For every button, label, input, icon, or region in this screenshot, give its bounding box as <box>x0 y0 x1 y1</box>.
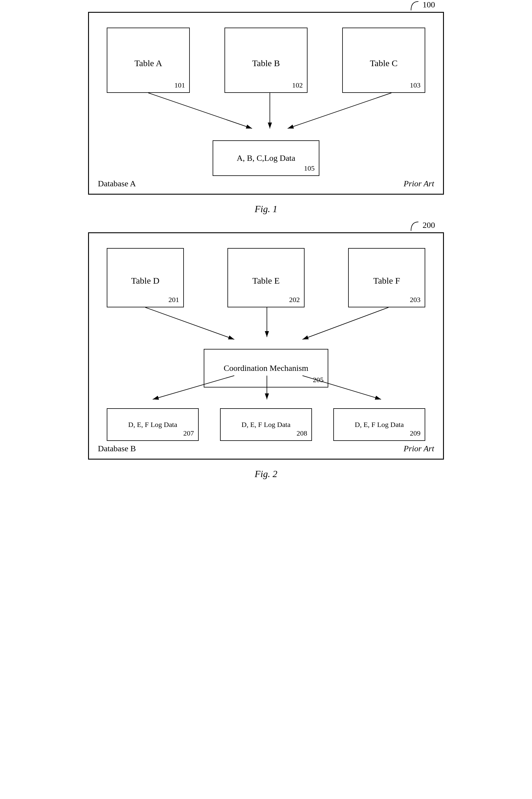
fig2-log-209: D, E, F Log Data 209 <box>333 408 425 441</box>
fig2-log-209-label: D, E, F Log Data <box>352 421 406 429</box>
figure-2-section: 200 Table D 201 Table E 202 <box>43 232 489 480</box>
fig1-diagram-box: Table A 101 Table B 102 Table C 103 <box>88 12 444 194</box>
fig2-top-row: Table D 201 Table E 202 Table F 203 <box>107 248 425 322</box>
fig2-log-207-label: D, E, F Log Data <box>125 421 180 429</box>
table-f-ref: 203 <box>410 296 420 304</box>
fig2-coord-row: Coordination Mechanism 205 <box>107 337 425 388</box>
table-f-label: Table F <box>373 270 400 286</box>
fig1-log-ref: 105 <box>304 164 315 172</box>
fig2-bottom-row: D, E, F Log Data 207 D, E, F Log Data 20… <box>107 408 425 441</box>
fig1-table-b: Table B 102 <box>225 27 307 93</box>
fig1-log-label: A, B, C,Log Data <box>234 153 298 163</box>
table-d-label: Table D <box>131 270 159 286</box>
table-b-label: Table B <box>252 52 280 68</box>
fig2-coord-ref: 205 <box>313 376 324 384</box>
fig2-coord-label: Coordination Mechanism <box>221 364 311 373</box>
table-c-ref: 103 <box>410 81 420 89</box>
fig1-table-a: Table A 101 <box>107 27 190 93</box>
fig2-log-208: D, E, F Log Data 208 <box>220 408 312 441</box>
fig2-table-f: Table F 203 <box>348 248 425 308</box>
table-e-label: Table E <box>252 270 280 286</box>
fig2-log-209-ref: 209 <box>410 429 420 437</box>
fig2-db-label: Database B <box>98 444 136 453</box>
fig2-prior-art: Prior Art <box>404 444 434 453</box>
fig2-caption: Fig. 2 <box>255 468 277 480</box>
fig2-diagram-inner: Table D 201 Table E 202 Table F 203 <box>107 248 425 441</box>
fig1-prior-art: Prior Art <box>404 179 434 188</box>
fig1-db-label: Database A <box>98 179 136 188</box>
table-a-ref: 101 <box>174 81 185 89</box>
fig2-table-e: Table E 202 <box>227 248 305 308</box>
fig2-coord-box: Coordination Mechanism 205 <box>204 349 328 388</box>
fig2-table-d: Table D 201 <box>107 248 184 308</box>
fig2-log-208-ref: 208 <box>297 429 307 437</box>
fig1-bottom: A, B, C,Log Data 105 <box>107 123 425 176</box>
page-container: 100 Table A 101 Table B 102 <box>43 12 489 480</box>
fig2-diagram-box: Table D 201 Table E 202 Table F 203 <box>88 232 444 460</box>
fig1-table-c: Table C 103 <box>342 27 425 93</box>
table-a-label: Table A <box>134 52 162 68</box>
table-e-ref: 202 <box>289 296 300 304</box>
fig1-log-box: A, B, C,Log Data 105 <box>213 140 319 176</box>
table-d-ref: 201 <box>168 296 179 304</box>
fig2-log-207: D, E, F Log Data 207 <box>107 408 199 441</box>
figure-1-section: 100 Table A 101 Table B 102 <box>43 12 489 215</box>
table-b-ref: 102 <box>292 81 303 89</box>
table-c-label: Table C <box>370 52 398 68</box>
fig2-log-208-label: D, E, F Log Data <box>239 421 293 429</box>
fig1-caption: Fig. 1 <box>255 204 277 215</box>
fig2-log-207-ref: 207 <box>183 429 194 437</box>
fig1-diagram-inner: Table A 101 Table B 102 Table C 103 <box>107 27 425 176</box>
fig1-top-row: Table A 101 Table B 102 Table C 103 <box>107 27 425 105</box>
